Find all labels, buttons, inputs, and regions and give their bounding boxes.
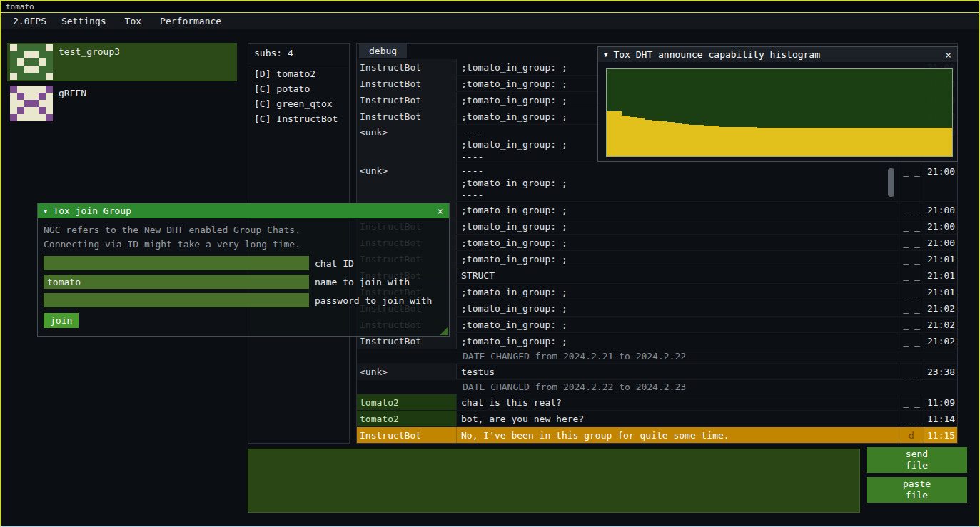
chat-timestamp: 21:02 [924,300,957,316]
chat-message-line: ;tomato_in_group: ; [461,334,894,348]
chat-flags: _ _ [899,394,924,410]
join-name-input[interactable] [44,275,309,289]
avatar-pixel [24,100,31,107]
menu-tox[interactable]: Tox [116,16,151,26]
histogram-plot[interactable] [606,68,953,157]
message-input[interactable] [248,449,860,513]
avatar-pixel [17,44,24,51]
subs-item[interactable]: [C] potato [248,81,349,96]
chat-message-line: ;tomato_in_group: ; [461,252,894,266]
join-button[interactable]: join [44,313,79,328]
avatar-pixel [46,58,53,66]
histogram-window: ▼ Tox DHT announce capability histogram … [597,46,958,162]
tab-debug[interactable]: debug [359,44,407,58]
send-file-button[interactable]: send file [867,447,967,473]
avatar-pixel [46,114,53,121]
chat-sender: <unk> [357,163,457,201]
chat-flags: _ _ [899,218,924,234]
close-icon[interactable]: × [946,49,951,61]
subs-item[interactable]: [D] tomato2 [248,66,349,81]
avatar-pixel [17,51,24,58]
chat-timestamp: 21:02 [924,333,957,349]
histogram-bar [675,123,682,156]
histogram-bar [682,124,689,156]
group-list: test_group3gREEN [7,43,237,126]
date-changed-row: DATE CHANGED from 2024.2.22 to 2024.2.23 [357,380,957,394]
chat-message-line: ---- [461,165,894,177]
chat-sender: tomato2 [357,411,457,426]
chat-message-line: bot, are you new here? [461,412,894,426]
avatar-pixel [46,86,53,93]
collapse-icon[interactable]: ▼ [44,208,47,215]
join-dialog-body: NGC refers to the New DHT enabled Group … [38,218,449,328]
group-item[interactable]: test_group3 [7,43,237,81]
avatar-pixel [17,86,24,93]
group-avatar [10,44,53,80]
chat-message: bot, are you new here? [457,411,899,426]
close-icon[interactable]: × [438,205,443,217]
menu-performance[interactable]: Performance [151,16,231,26]
chat-flags: _ _ [899,333,924,349]
histogram-bar [779,128,787,156]
chat-row[interactable]: <unk>----;tomato_in_group: ;----_ _21:00 [357,163,957,202]
collapse-icon[interactable]: ▼ [604,51,607,58]
avatar-pixel [10,58,17,66]
histogram-bar [622,116,630,156]
chat-message: No, I've been in this group for quite so… [457,427,899,443]
chat-id-input[interactable] [44,256,309,270]
chat-flags: _ _ [899,300,924,316]
histogram-bar [847,128,855,156]
chat-flags: _ _ [899,163,924,201]
avatar-pixel [39,66,46,73]
menu-settings[interactable]: Settings [52,16,116,26]
join-dialog-description-line2: Connecting via ID might take a very long… [44,237,443,252]
histogram-bar [839,128,847,156]
chat-message: STRUCT [457,267,899,283]
avatar-pixel [24,73,31,80]
histogram-bar [914,128,922,156]
join-dialog-titlebar[interactable]: ▼ Tox join Group × [38,203,449,218]
avatar-pixel [39,58,46,66]
subs-item[interactable]: [C] green_qtox [248,96,349,111]
group-item[interactable]: gREEN [7,84,237,123]
chat-message: ;tomato_in_group: ; [457,251,899,267]
chat-row[interactable]: InstructBotNo, I've been in this group f… [357,427,957,443]
chat-row[interactable]: <unk>testus_ _23:38 [357,364,957,380]
chat-message: ;tomato_in_group: ; [457,235,899,250]
paste-file-button[interactable]: paste file [867,477,967,503]
chat-scrollbar[interactable] [888,168,894,197]
chat-timestamp: 21:01 [924,267,957,283]
chat-row[interactable]: tomato2chat is this real?_ _11:09 [357,394,957,411]
avatar-pixel [10,107,17,114]
histogram-bar [929,128,937,156]
avatar-pixel [24,114,31,121]
join-password-input[interactable] [44,293,309,307]
chat-flags: _ _ [899,251,924,267]
avatar-pixel [39,44,46,51]
chat-message-line: ;tomato_in_group: ; [461,318,894,332]
chat-message-line: STRUCT [461,269,894,282]
chat-flags: _ _ [899,317,924,332]
avatar-pixel [10,51,17,58]
avatar-pixel [24,66,31,73]
resize-grip[interactable] [440,327,448,335]
chat-message-line: testus [461,365,894,379]
chat-id-row: chat ID [44,256,443,270]
chat-timestamp: 21:00 [924,235,957,250]
histogram-titlebar[interactable]: ▼ Tox DHT announce capability histogram … [598,47,957,62]
join-name-label: name to join with [315,277,410,287]
avatar-pixel [10,44,17,51]
histogram-bar [944,128,952,156]
avatar-pixel [46,100,53,107]
avatar-pixel [24,51,31,58]
chat-row[interactable]: tomato2bot, are you new here?_ _11:14 [357,411,957,427]
subs-item[interactable]: [C] InstructBot [248,111,349,126]
histogram-bar [884,128,892,156]
avatar-pixel [31,66,39,73]
avatar-pixel [46,93,53,100]
chat-message: ;tomato_in_group: ; [457,202,899,218]
avatar-pixel [46,44,53,51]
chat-message-line: ;tomato_in_group: ; [461,236,894,250]
window-title: tomato [6,2,34,11]
group-name: gREEN [59,86,86,121]
